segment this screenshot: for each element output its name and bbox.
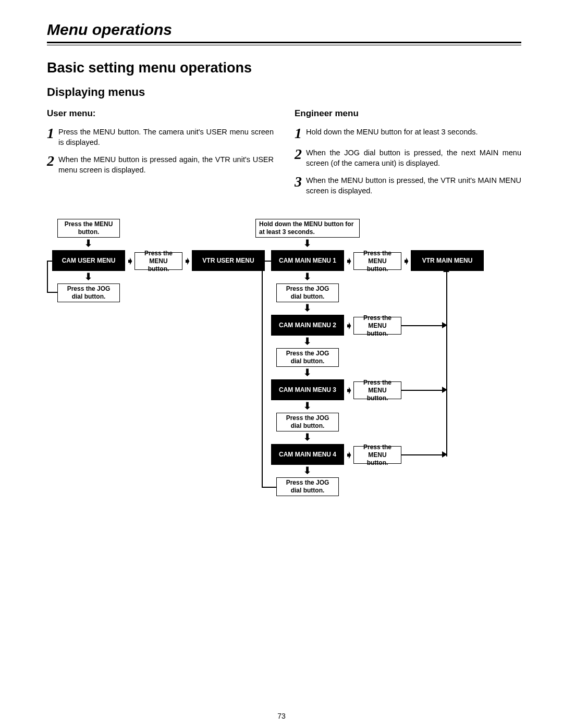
step-number: 2 [47, 154, 58, 168]
user-step-2: 2 When the MENU button is pressed again,… [47, 155, 274, 175]
eng-step-3: 3 When the MENU button is pressed, the V… [295, 176, 521, 196]
arrow-down-icon: ⬇ [303, 337, 311, 346]
arrow-right-icon: ➧ [183, 256, 191, 266]
eng-step-2: 2 When the JOG dial button is pressed, t… [295, 148, 521, 168]
box-cam-user-menu: CAM USER MENU [52, 250, 125, 271]
page-title: Menu operations [47, 21, 521, 39]
box-press-menu-short: Press the MENU button. [353, 381, 401, 399]
box-press-menu-short: Press the MENU button. [134, 252, 182, 270]
step-text: Press the MENU button. The camera unit's… [58, 127, 274, 147]
arrow-down-icon: ⬇ [303, 401, 311, 411]
arrow-down-icon: ⬇ [303, 466, 311, 475]
columns: User menu: 1 Press the MENU button. The … [47, 108, 521, 203]
box-press-jog: Press the JOG dial button. [276, 283, 339, 302]
page-number: 73 [0, 712, 563, 720]
arrow-down-icon: ⬇ [303, 303, 311, 313]
step-text: Hold down the MENU button for at least 3… [306, 127, 521, 138]
box-press-jog: Press the JOG dial button. [276, 413, 339, 431]
step-number: 2 [295, 147, 306, 162]
arrow-down-icon: ⬇ [303, 239, 311, 248]
user-menu-column: User menu: 1 Press the MENU button. The … [47, 108, 274, 203]
box-hold-menu: Hold down the MENU button for at least 3… [255, 219, 360, 238]
engineer-menu-column: Engineer menu 1 Hold down the MENU butto… [295, 108, 521, 203]
step-number: 1 [295, 126, 306, 141]
engineer-menu-heading: Engineer menu [295, 108, 521, 119]
arrow-down-icon: ⬇ [84, 272, 92, 281]
user-menu-heading: User menu: [47, 108, 274, 119]
step-text: When the JOG dial button is pressed, the… [306, 148, 521, 168]
box-vtr-user-menu: VTR USER MENU [192, 250, 265, 271]
box-press-jog: Press the JOG dial button. [276, 477, 339, 496]
flow-diagram: Press the MENU button. ⬇ CAM USER MENU ➧… [47, 219, 521, 620]
box-cam-main-1: CAM MAIN MENU 1 [271, 250, 344, 271]
box-press-menu-short: Press the MENU button. [353, 252, 401, 270]
step-number: 3 [295, 175, 306, 189]
arrow-right-icon: ➧ [345, 321, 353, 330]
arrow-right-icon: ➧ [402, 256, 410, 266]
arrow-down-icon: ⬇ [303, 272, 311, 281]
title-rule [47, 42, 521, 45]
arrow-down-icon: ⬇ [303, 368, 311, 377]
step-text: When the MENU button is pressed, the VTR… [306, 176, 521, 196]
arrow-down-icon: ⬇ [84, 239, 92, 248]
box-cam-main-2: CAM MAIN MENU 2 [271, 315, 344, 336]
step-number: 1 [47, 126, 58, 141]
eng-step-1: 1 Hold down the MENU button for at least… [295, 127, 521, 141]
arrow-right-icon: ➧ [345, 256, 353, 266]
arrow-right-icon: ➧ [345, 386, 353, 395]
box-press-jog: Press the JOG dial button. [276, 348, 339, 367]
arrow-down-icon: ⬇ [303, 433, 311, 442]
box-cam-main-3: CAM MAIN MENU 3 [271, 379, 344, 400]
box-press-menu-short: Press the MENU button. [353, 446, 401, 464]
box-press-jog: Press the JOG dial button. [57, 283, 120, 302]
subsection-heading: Displaying menus [47, 85, 521, 99]
arrow-right-icon: ➧ [126, 256, 134, 266]
section-heading: Basic setting menu operations [47, 60, 521, 76]
step-text: When the MENU button is pressed again, t… [58, 155, 274, 175]
box-cam-main-4: CAM MAIN MENU 4 [271, 444, 344, 465]
user-step-1: 1 Press the MENU button. The camera unit… [47, 127, 274, 147]
box-press-menu: Press the MENU button. [57, 219, 120, 238]
arrow-right-icon: ➧ [345, 450, 353, 460]
box-press-menu-short: Press the MENU button. [353, 317, 401, 335]
